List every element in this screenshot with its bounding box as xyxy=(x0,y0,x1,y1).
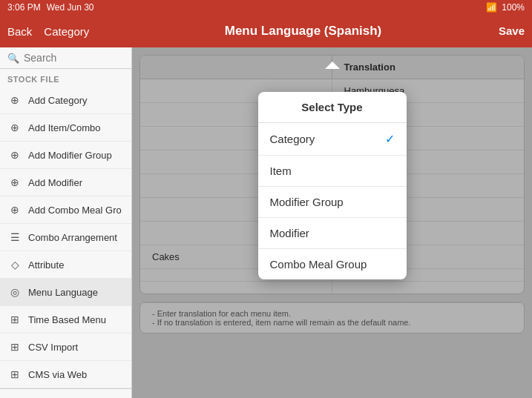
sidebar-item-add-modifier[interactable]: ⊕ Add Modifier xyxy=(0,169,131,196)
csv-import-icon: ⊞ xyxy=(7,339,22,354)
wifi-icon: 📶 xyxy=(486,2,497,13)
sidebar-item-cms-via-web[interactable]: ⊞ CMS via Web xyxy=(0,361,131,388)
status-date: Wed Jun 30 xyxy=(47,2,94,13)
sidebar-item-menu-language[interactable]: ◎ Menu Language xyxy=(0,279,131,306)
back-button[interactable]: Back xyxy=(7,25,32,38)
combo-arrangement-icon: ☰ xyxy=(7,230,22,245)
nav-left: Back Category xyxy=(7,25,141,38)
option-label: Modifier xyxy=(270,227,309,239)
option-label: Item xyxy=(270,165,292,177)
menu-language-icon: ◎ xyxy=(7,285,22,299)
add-item-combo-icon: ⊕ xyxy=(7,120,22,135)
sidebar-item-label: Add Item/Combo xyxy=(28,122,101,133)
category-button[interactable]: Category xyxy=(44,25,89,38)
add-modifier-group-icon: ⊕ xyxy=(7,147,22,162)
sidebar-item-add-combo-meal-group[interactable]: ⊕ Add Combo Meal Gro xyxy=(0,196,131,224)
sidebar-item-label: Combo Arrangement xyxy=(28,232,117,243)
sidebar-item-csv-import[interactable]: ⊞ CSV Import xyxy=(0,334,131,361)
option-item[interactable]: Item xyxy=(258,156,407,187)
select-type-modal: Select Type Category ✓ Item Modifier Gro… xyxy=(258,92,407,279)
sidebar-item-combo-arrangement[interactable]: ☰ Combo Arrangement xyxy=(0,224,131,251)
search-input[interactable] xyxy=(24,52,124,64)
sidebar: 🔍 STOCK FILE ⊕ Add Category ⊕ Add Item/C… xyxy=(0,47,132,398)
status-bar: 3:06 PM Wed Jun 30 📶 100% xyxy=(0,0,532,15)
battery-text: 100% xyxy=(502,2,525,13)
top-nav: Back Category Menu Language (Spanish) Sa… xyxy=(0,15,532,47)
status-right: 📶 100% xyxy=(486,2,525,13)
sidebar-item-add-item-combo[interactable]: ⊕ Add Item/Combo xyxy=(0,114,131,142)
sidebar-item-label: Add Modifier Group xyxy=(28,150,112,161)
sidebar-item-add-modifier-group[interactable]: ⊕ Add Modifier Group xyxy=(0,142,131,169)
search-bar: 🔍 xyxy=(0,47,131,69)
modal-overlay[interactable]: Select Type Category ✓ Item Modifier Gro… xyxy=(132,47,532,398)
page-title: Menu Language (Spanish) xyxy=(141,24,465,39)
add-combo-meal-icon: ⊕ xyxy=(7,202,22,217)
sidebar-item-label: CMS via Web xyxy=(28,369,87,380)
option-modifier-group[interactable]: Modifier Group xyxy=(258,187,407,218)
save-button[interactable]: Save xyxy=(499,24,525,37)
attribute-icon: ◇ xyxy=(7,257,22,272)
dropdown-arrow xyxy=(325,62,340,69)
option-label: Category xyxy=(270,133,315,145)
sidebar-item-time-based-menu[interactable]: ⊞ Time Based Menu xyxy=(0,306,131,334)
sidebar-item-attribute[interactable]: ◇ Attribute xyxy=(0,251,131,279)
nav-right: Save xyxy=(465,24,525,38)
option-combo-meal-group[interactable]: Combo Meal Group xyxy=(258,249,407,279)
sidebar-item-label: Add Combo Meal Gro xyxy=(28,205,122,216)
sidebar-item-label: Add Category xyxy=(28,95,88,106)
time-based-menu-icon: ⊞ xyxy=(7,312,22,327)
sidebar-item-label: Time Based Menu xyxy=(28,314,106,325)
status-left: 3:06 PM Wed Jun 30 xyxy=(7,2,94,13)
add-category-icon: ⊕ xyxy=(7,93,22,107)
add-modifier-icon: ⊕ xyxy=(7,175,22,190)
cms-via-web-icon: ⊞ xyxy=(7,367,22,382)
sidebar-item-label: Attribute xyxy=(28,259,64,271)
sidebar-item-label: Add Modifier xyxy=(28,177,82,188)
modal-title: Select Type xyxy=(258,92,407,123)
search-icon: 🔍 xyxy=(7,53,19,64)
sidebar-item-add-category[interactable]: ⊕ Add Category xyxy=(0,87,131,114)
check-icon: ✓ xyxy=(385,132,395,146)
sidebar-item-label: CSV Import xyxy=(28,342,78,353)
sidebar-item-label: Menu Language xyxy=(28,287,98,298)
content-area: Translation Hamburguesa Pizza Cold Drink… xyxy=(132,47,532,398)
status-time: 3:06 PM xyxy=(7,2,41,13)
stock-file-label: STOCK FILE xyxy=(0,69,131,87)
option-label: Modifier Group xyxy=(270,196,344,208)
printer-settings-label: PRINTER SETTINGS xyxy=(0,388,131,398)
option-category[interactable]: Category ✓ xyxy=(258,123,407,156)
main-layout: 🔍 STOCK FILE ⊕ Add Category ⊕ Add Item/C… xyxy=(0,47,532,398)
option-label: Combo Meal Group xyxy=(270,258,367,271)
option-modifier[interactable]: Modifier xyxy=(258,218,407,249)
